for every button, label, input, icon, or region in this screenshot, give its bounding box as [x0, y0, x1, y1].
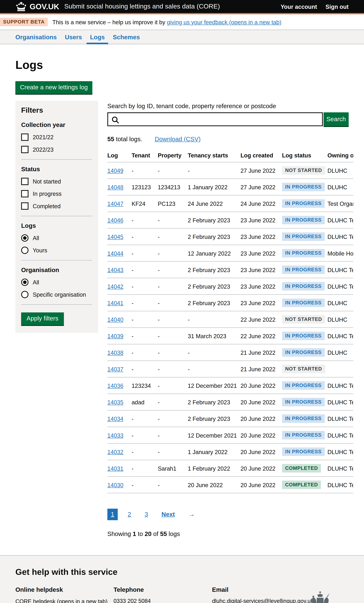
cell-property: -	[158, 162, 188, 179]
download-csv-link[interactable]: Download (CSV)	[155, 136, 200, 142]
filter-group-label: Status	[21, 166, 92, 173]
filter-option-2021-22[interactable]: 2021/22	[21, 133, 92, 141]
filter-option-not-started[interactable]: Not started	[21, 178, 92, 185]
cell-log: 14042	[107, 278, 132, 294]
log-id-link[interactable]: 14045	[107, 233, 123, 240]
next-page-link[interactable]: Next	[158, 509, 178, 520]
cell-log: 14032	[107, 443, 132, 460]
radio-icon[interactable]	[21, 247, 28, 254]
log-id-link[interactable]: 14032	[107, 449, 123, 455]
log-id-link[interactable]: 14033	[107, 432, 123, 439]
log-id-link[interactable]: 14048	[107, 184, 123, 190]
govuk-logo[interactable]: GOV.UK	[30, 2, 59, 11]
checkbox-icon[interactable]	[21, 190, 28, 197]
cell-property: PC123	[158, 195, 188, 212]
nav-tab-logs[interactable]: Logs	[87, 30, 108, 44]
log-id-link[interactable]: 14041	[107, 300, 123, 306]
email-link[interactable]: dluhc.digital-services@levellingup.gov.u…	[212, 598, 313, 603]
filter-option-label: Not started	[33, 178, 61, 185]
cell-log-created: 23 June 2022	[241, 278, 282, 294]
log-id-link[interactable]: 14047	[107, 200, 123, 207]
cell-tenancy-starts: -	[188, 162, 241, 179]
radio-icon[interactable]	[21, 291, 28, 298]
primary-nav: OrganisationsUsersLogsSchemes	[0, 30, 364, 44]
cell-log-created: 23 June 2022	[241, 245, 282, 261]
cell-tenant: -	[132, 328, 158, 344]
cell-log: 14044	[107, 245, 132, 261]
cell-log-created: 23 June 2022	[241, 261, 282, 278]
log-id-link[interactable]: 14036	[107, 382, 123, 389]
cell-log-created: 22 June 2022	[241, 328, 282, 344]
log-id-link[interactable]: 14035	[107, 399, 123, 406]
table-row: 14037---21 June 2022NOT STARTED	[107, 361, 353, 377]
nav-tab-organisations[interactable]: Organisations	[15, 30, 57, 44]
filter-option-label: 2021/22	[33, 134, 54, 140]
filter-option-2022-23[interactable]: 2022/23	[21, 146, 92, 153]
filter-option-all[interactable]: All	[21, 278, 92, 286]
nav-tab-users[interactable]: Users	[65, 30, 82, 44]
search-button[interactable]: Search	[324, 112, 349, 126]
cell-property: -	[158, 261, 188, 278]
cell-tenancy-starts: 24 June 2022	[188, 195, 241, 212]
service-name[interactable]: Submit social housing lettings and sales…	[64, 3, 220, 11]
table-row: 14034--2 February 202320 June 2022IN PRO…	[107, 410, 353, 427]
checkbox-icon[interactable]	[21, 178, 28, 185]
log-id-link[interactable]: 14034	[107, 415, 123, 422]
divider	[21, 216, 92, 216]
status-badge: IN PROGRESS	[282, 199, 325, 208]
log-id-link[interactable]: 14046	[107, 217, 123, 223]
page-3-link[interactable]: 3	[141, 509, 152, 520]
checkbox-icon[interactable]	[21, 133, 28, 141]
cell-property: -	[158, 311, 188, 328]
your-account-link[interactable]: Your account	[281, 3, 317, 10]
log-id-link[interactable]: 14030	[107, 482, 123, 488]
cell-log-created: 23 June 2022	[241, 212, 282, 228]
log-id-link[interactable]: 14038	[107, 349, 123, 356]
cell-property: -	[158, 476, 188, 493]
log-id-link[interactable]: 14044	[107, 250, 123, 256]
cell-tenant: -	[132, 460, 158, 476]
log-id-link[interactable]: 14043	[107, 267, 123, 273]
cell-tenancy-starts: 1 January 2022	[188, 443, 241, 460]
table-row: 14042--2 February 202323 June 2022IN PRO…	[107, 278, 353, 294]
checkbox-icon[interactable]	[21, 146, 28, 153]
telephone-number: 0333 202 5084	[113, 598, 212, 603]
cell-tenant: 123123	[132, 179, 158, 195]
create-lettings-log-button[interactable]: Create a new lettings log	[15, 81, 92, 94]
log-id-link[interactable]: 14042	[107, 283, 123, 290]
royal-crest-icon	[309, 590, 331, 603]
phase-banner: SUPPORT BETA This is a new service – hel…	[0, 14, 364, 30]
log-id-link[interactable]: 14049	[107, 167, 123, 174]
log-id-link[interactable]: 14039	[107, 333, 123, 339]
table-row: 14044--12 January 202223 June 2022IN PRO…	[107, 245, 353, 261]
cell-owning-organisation: DLUHC	[328, 344, 353, 361]
cell-owning-organisation: DLUHC	[328, 179, 353, 195]
cell-log-created: 27 June 2022	[241, 162, 282, 179]
radio-icon[interactable]	[21, 234, 28, 242]
cell-owning-organisation: DLUHC Tes	[328, 410, 353, 427]
filter-option-specific-organisation[interactable]: Specific organisation	[21, 291, 92, 298]
status-badge: IN PROGRESS	[282, 448, 325, 456]
cell-tenancy-starts: -	[188, 344, 241, 361]
log-id-link[interactable]: 14040	[107, 316, 123, 323]
filter-option-completed[interactable]: Completed	[21, 202, 92, 209]
column-header-tenant: Tenant	[132, 149, 158, 162]
feedback-link[interactable]: giving us your feedback (opens in a new …	[167, 19, 281, 25]
sign-out-link[interactable]: Sign out	[326, 3, 349, 10]
page-2-link[interactable]: 2	[124, 509, 135, 520]
log-id-link[interactable]: 14031	[107, 465, 123, 472]
filter-option-in-progress[interactable]: In progress	[21, 190, 92, 197]
page-1-current-link[interactable]: 1	[107, 509, 118, 520]
checkbox-icon[interactable]	[21, 202, 28, 209]
cell-property: -	[158, 344, 188, 361]
cell-log: 14049	[107, 162, 132, 179]
filter-option-yours[interactable]: Yours	[21, 247, 92, 254]
nav-tab-schemes[interactable]: Schemes	[113, 30, 140, 44]
search-input[interactable]	[108, 113, 322, 126]
filter-option-all[interactable]: All	[21, 234, 92, 242]
radio-icon[interactable]	[21, 278, 28, 286]
apply-filters-button[interactable]: Apply filters	[21, 313, 64, 325]
cell-owning-organisation: DLUHC Tes	[328, 443, 353, 460]
log-id-link[interactable]: 14037	[107, 366, 123, 372]
core-helpdesk-link[interactable]: CORE helpdesk (opens in a new tab)	[15, 598, 107, 603]
